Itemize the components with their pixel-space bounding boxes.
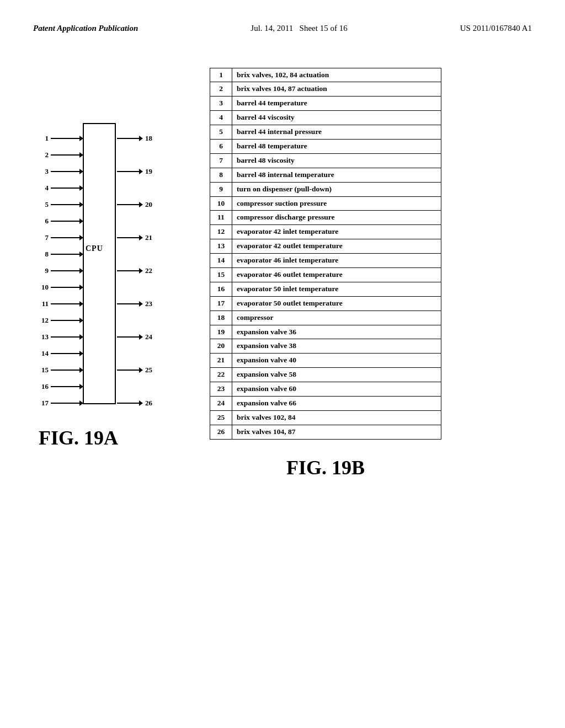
publication-title: Patent Application Publication: [33, 22, 138, 35]
output-row-18: 18: [117, 134, 152, 143]
signal-table: 1brix valves, 102, 84 actuation2brix val…: [210, 68, 441, 440]
input-row-16: 16: [33, 382, 83, 391]
row-number: 13: [210, 239, 232, 254]
input-row-15: 15: [33, 366, 83, 374]
table-row: 15evaporator 46 outlet temperature: [210, 267, 441, 282]
output-row-21: 21: [117, 233, 152, 242]
input-row-8: 8: [33, 250, 83, 259]
table-row: 5barrel 44 internal pressure: [210, 125, 441, 140]
row-description: brix valves 102, 84: [232, 410, 441, 425]
input-row-1: 1: [33, 134, 83, 143]
row-number: 20: [210, 339, 232, 354]
row-number: 1: [210, 68, 232, 82]
fig19b-label: FIG. 19B: [286, 456, 365, 479]
row-number: 19: [210, 325, 232, 339]
table-row: 19expansion valve 36: [210, 325, 441, 339]
row-description: brix valves, 102, 84 actuation: [232, 68, 441, 82]
row-number: 10: [210, 196, 232, 211]
input-row-3: 3: [33, 167, 83, 176]
table-row: 26brix valves 104, 87: [210, 425, 441, 439]
row-number: 3: [210, 97, 232, 111]
input-row-7: 7: [33, 233, 83, 242]
row-number: 17: [210, 296, 232, 311]
input-row-4: 4: [33, 184, 83, 192]
output-row-25: 25: [117, 366, 152, 374]
patent-number: US 2011/0167840 A1: [460, 22, 532, 35]
row-description: evaporator 50 outlet temperature: [232, 296, 441, 311]
row-description: barrel 44 temperature: [232, 97, 441, 111]
row-description: compressor suction pressure: [232, 196, 441, 211]
table-row: 10compressor suction pressure: [210, 196, 441, 211]
row-description: compressor discharge pressure: [232, 211, 441, 225]
table-row: 25brix valves 102, 84: [210, 410, 441, 425]
row-description: evaporator 42 inlet temperature: [232, 225, 441, 239]
input-row-5: 5: [33, 200, 83, 209]
row-description: brix valves 104, 87: [232, 425, 441, 439]
table-row: 1brix valves, 102, 84 actuation: [210, 68, 441, 82]
table-row: 6barrel 48 temperature: [210, 139, 441, 153]
fig19a-label: FIG. 19A: [39, 426, 118, 449]
table-row: 11compressor discharge pressure: [210, 211, 441, 225]
output-row-19: 19: [117, 167, 152, 176]
input-row-10: 10: [33, 283, 83, 292]
cpu-label: CPU: [86, 244, 103, 253]
sheet-info: Sheet 15 of 16: [300, 24, 348, 33]
row-description: evaporator 46 inlet temperature: [232, 254, 441, 268]
page-header: Patent Application Publication Jul. 14, …: [0, 0, 565, 46]
output-row-24: 24: [117, 333, 152, 341]
input-row-12: 12: [33, 316, 83, 325]
row-number: 22: [210, 368, 232, 382]
row-description: expansion valve 40: [232, 354, 441, 368]
row-number: 4: [210, 111, 232, 125]
table-row: 22expansion valve 58: [210, 368, 441, 382]
input-row-17: 17: [33, 399, 83, 408]
row-description: brix valves 104, 87 actuation: [232, 82, 441, 97]
input-row-13: 13: [33, 333, 83, 341]
table-row: 16evaporator 50 inlet temperature: [210, 282, 441, 296]
output-row-26: 26: [117, 399, 152, 408]
table-row: 14evaporator 46 inlet temperature: [210, 254, 441, 268]
output-row-20: 20: [117, 200, 152, 209]
row-number: 24: [210, 396, 232, 410]
table-row: 23expansion valve 60: [210, 382, 441, 397]
publication-date-sheet: Jul. 14, 2011 Sheet 15 of 16: [250, 22, 347, 35]
publication-date: Jul. 14, 2011: [250, 24, 293, 33]
table-row: 13evaporator 42 outlet temperature: [210, 239, 441, 254]
table-row: 2brix valves 104, 87 actuation: [210, 82, 441, 97]
table-row: 18compressor: [210, 311, 441, 325]
output-row-22: 22: [117, 266, 152, 275]
input-row-2: 2: [33, 151, 83, 159]
row-description: barrel 48 internal temperature: [232, 168, 441, 182]
input-row-9: 9: [33, 266, 83, 275]
row-description: barrel 48 temperature: [232, 139, 441, 153]
row-number: 16: [210, 282, 232, 296]
table-row: 7barrel 48 viscosity: [210, 153, 441, 168]
row-description: compressor: [232, 311, 441, 325]
row-description: evaporator 46 outlet temperature: [232, 267, 441, 282]
row-number: 25: [210, 410, 232, 425]
row-number: 5: [210, 125, 232, 140]
output-row-23: 23: [117, 299, 152, 308]
main-content: CPU 1 2 3: [0, 46, 565, 501]
row-number: 12: [210, 225, 232, 239]
row-number: 7: [210, 153, 232, 168]
row-number: 26: [210, 425, 232, 439]
table-row: 3barrel 44 temperature: [210, 97, 441, 111]
row-description: evaporator 42 outlet temperature: [232, 239, 441, 254]
row-description: evaporator 50 inlet temperature: [232, 282, 441, 296]
row-number: 23: [210, 382, 232, 397]
table-row: 9turn on dispenser (pull-down): [210, 182, 441, 196]
input-row-14: 14: [33, 349, 83, 358]
row-description: barrel 44 internal pressure: [232, 125, 441, 140]
row-description: expansion valve 66: [232, 396, 441, 410]
row-number: 2: [210, 82, 232, 97]
input-row-11: 11: [33, 299, 83, 308]
row-description: expansion valve 36: [232, 325, 441, 339]
row-number: 8: [210, 168, 232, 182]
input-row-6: 6: [33, 217, 83, 226]
table-row: 8barrel 48 internal temperature: [210, 168, 441, 182]
fig19b-container: 1brix valves, 102, 84 actuation2brix val…: [210, 68, 441, 479]
fig19a-container: CPU 1 2 3: [33, 123, 188, 479]
row-number: 9: [210, 182, 232, 196]
row-description: turn on dispenser (pull-down): [232, 182, 441, 196]
